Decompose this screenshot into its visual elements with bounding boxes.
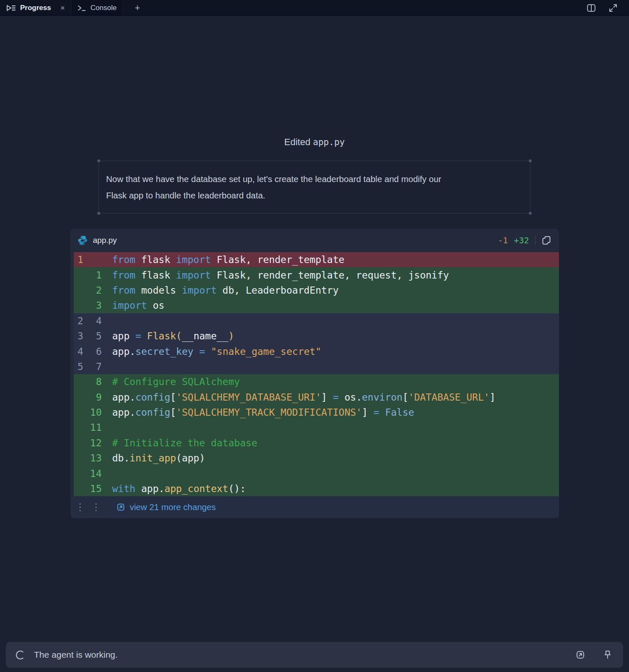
agent-message-quote: Now that we have the database set up, le… <box>99 161 530 214</box>
split-view-icon[interactable] <box>586 3 596 13</box>
pin-icon[interactable] <box>603 650 612 660</box>
old-line-number: 2 <box>74 315 83 326</box>
old-line-number: 1 <box>74 254 83 265</box>
step-title-text: Edited <box>284 137 313 147</box>
diff-row: 1from flask import Flask, render_templat… <box>70 252 559 267</box>
old-line-number: 5 <box>74 361 83 372</box>
diff-row: 15with app.app_context(): <box>70 481 559 496</box>
window-controls <box>586 0 629 16</box>
new-tab-button[interactable]: + <box>127 0 148 16</box>
new-line-number: 6 <box>83 346 102 357</box>
new-line-number: 9 <box>83 392 102 403</box>
code-line: app.secret_key = "snake_game_secret" <box>102 346 322 357</box>
new-line-number: 14 <box>83 468 102 479</box>
quote-line: Flask app to handle the leaderboard data… <box>106 187 522 203</box>
removed-count: -1 <box>498 235 508 245</box>
python-icon <box>77 235 88 246</box>
code-line: from flask import Flask, render_template… <box>102 270 449 281</box>
diff-row: 14 <box>70 466 559 481</box>
diff-row: 2from models import db, LeaderboardEntry <box>70 283 559 298</box>
new-line-number: 1 <box>83 270 102 281</box>
diff-row: 1from flask import Flask, render_templat… <box>70 267 559 282</box>
progress-panel: Edited app.py Now that we have the datab… <box>0 16 629 518</box>
divider <box>535 236 535 245</box>
code-line: # Initialize the database <box>102 438 257 448</box>
code-line: from flask import Flask, render_template <box>102 254 345 265</box>
new-line-number: 12 <box>83 438 102 448</box>
diff-row: 13db.init_app(app) <box>70 451 559 466</box>
code-line: with app.app_context(): <box>102 483 246 494</box>
new-line-number: 8 <box>83 376 102 387</box>
quote-line: Now that we have the database set up, le… <box>106 171 522 187</box>
diff-row: 24 <box>70 313 559 328</box>
diff-row: 10app.config['SQLALCHEMY_TRACK_MODIFICAT… <box>70 405 559 420</box>
diff-card-header: app.py -1 +32 <box>70 229 559 252</box>
diff-stats: -1 +32 <box>498 235 551 245</box>
diff-filename: app.py <box>93 236 117 245</box>
gutter-ellipsis-icon: ⋮ <box>87 502 106 512</box>
code-line: app.config['SQLALCHEMY_TRACK_MODIFICATIO… <box>102 407 414 418</box>
added-count: +32 <box>514 235 529 245</box>
view-more-changes-link[interactable]: view 21 more changes <box>116 502 216 512</box>
step-title: Edited app.py <box>0 137 629 148</box>
view-more-changes-label: view 21 more changes <box>130 502 216 512</box>
new-line-number: 4 <box>83 315 102 326</box>
external-link-icon <box>116 503 125 512</box>
diff-row: 11 <box>70 420 559 435</box>
quote-corner-dot <box>529 212 532 215</box>
tab-console[interactable]: Console <box>71 0 123 16</box>
code-line: app = Flask(__name__) <box>102 331 234 341</box>
pop-out-icon[interactable] <box>575 650 585 660</box>
copy-icon[interactable] <box>541 235 551 245</box>
tab-bar: Progress × Console + <box>0 0 629 16</box>
new-line-number: 7 <box>83 361 102 372</box>
diff-row: 8# Configure SQLAlchemy <box>70 374 559 389</box>
diff-row: 12# Initialize the database <box>70 435 559 451</box>
tab-progress[interactable]: Progress × <box>0 0 71 16</box>
agent-status-text: The agent is working. <box>34 650 118 660</box>
diff-card: app.py -1 +32 1from flask import Flask, … <box>70 229 559 518</box>
diff-row: 3import os <box>70 298 559 313</box>
step-title-filename: app.py <box>313 137 345 147</box>
new-line-number: 3 <box>83 300 102 311</box>
quote-corner-dot <box>97 159 100 162</box>
diff-rows: 1from flask import Flask, render_templat… <box>70 252 559 496</box>
new-line-number: 15 <box>83 483 102 494</box>
progress-icon <box>6 3 16 13</box>
agent-status-bar: The agent is working. <box>6 642 623 668</box>
code-line: app.config['SQLALCHEMY_DATABASE_URI'] = … <box>102 392 496 403</box>
old-line-number: 4 <box>74 346 83 357</box>
quote-corner-dot <box>529 159 532 162</box>
gutter-ellipsis-icon: ⋮ <box>74 502 87 512</box>
diff-row: 46app.secret_key = "snake_game_secret" <box>70 344 559 359</box>
close-tab-icon[interactable]: × <box>60 3 65 13</box>
spinner-icon <box>16 651 25 659</box>
code-line: db.init_app(app) <box>102 453 205 464</box>
status-bar-actions <box>575 650 612 660</box>
expand-icon[interactable] <box>608 3 618 13</box>
code-line: from models import db, LeaderboardEntry <box>102 285 339 296</box>
diff-footer: ⋮ ⋮ view 21 more changes <box>70 496 559 518</box>
old-line-number: 3 <box>74 331 83 341</box>
quote-corner-dot <box>97 212 100 215</box>
diff-row: 35app = Flask(__name__) <box>70 328 559 344</box>
new-line-number: 10 <box>83 407 102 418</box>
new-line-number: 11 <box>83 422 102 433</box>
code-line: # Configure SQLAlchemy <box>102 376 240 387</box>
code-line: import os <box>102 300 165 311</box>
tab-label: Progress <box>20 4 51 12</box>
diff-row: 9app.config['SQLALCHEMY_DATABASE_URI'] =… <box>70 390 559 405</box>
terminal-icon <box>77 4 86 12</box>
new-line-number: 5 <box>83 331 102 341</box>
tab-label: Console <box>91 4 117 12</box>
new-line-number: 2 <box>83 285 102 296</box>
diff-row: 57 <box>70 359 559 374</box>
new-line-number: 13 <box>83 453 102 464</box>
